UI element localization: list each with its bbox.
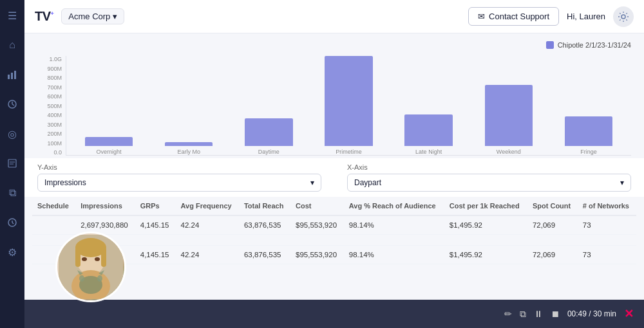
- table-cell-cost_per_1k: $1,495.92: [444, 246, 527, 264]
- x-axis-select[interactable]: Daypart ▾: [347, 174, 631, 192]
- svg-rect-0: [8, 75, 10, 79]
- timer-display: 00:49 / 30 min: [567, 309, 616, 318]
- table-cell-total_reach: [239, 235, 290, 246]
- table-header-impressions: Impressions: [75, 197, 135, 215]
- avatar: [55, 232, 126, 302]
- main-content: TV+ Acme Corp ▾ ✉ Contact Support Hi, La…: [24, 0, 644, 328]
- bars-area: OvernightEarly MoDaytimePrimetimeLate Ni…: [66, 56, 631, 156]
- table-cell-avg_freq: 42.24: [176, 215, 239, 235]
- table-header-grps: GRPs: [135, 197, 176, 215]
- table-header-#-of-networks: # of Networks: [578, 197, 636, 215]
- chart-section: Chipotle 2/1/23-1/31/24 1.0G 900M 800M 7…: [24, 33, 644, 158]
- table-cell-schedule: [32, 215, 75, 235]
- table-cell-avg_pct: [344, 235, 444, 246]
- svg-rect-18: [101, 248, 106, 267]
- topbar: TV+ Acme Corp ▾ ✉ Contact Support Hi, La…: [24, 0, 644, 33]
- bar-label: Late Night: [415, 149, 442, 155]
- mail-icon: ✉: [478, 12, 485, 21]
- y-axis-select[interactable]: Impressions ▾: [37, 174, 321, 192]
- sidebar-item-home[interactable]: ⌂: [3, 36, 21, 54]
- pause-icon[interactable]: ⏸: [534, 309, 543, 319]
- table-row: [32, 235, 636, 246]
- sidebar-item-clock[interactable]: [3, 214, 21, 232]
- avatar-face: [57, 233, 124, 300]
- table-cell-avg_freq: 42.24: [176, 246, 239, 264]
- bar: [85, 137, 133, 146]
- chart-legend: Chipotle 2/1/23-1/31/24: [37, 41, 631, 49]
- contact-support-button[interactable]: ✉ Contact Support: [468, 7, 559, 26]
- stop-icon[interactable]: ⏹: [551, 309, 560, 319]
- bar: [165, 142, 213, 146]
- sidebar-item-reports[interactable]: [3, 154, 21, 172]
- bar-label: Daytime: [258, 149, 279, 155]
- table-cell-spot_count: 72,069: [527, 215, 578, 235]
- sidebar-item-layers[interactable]: ⧉: [3, 184, 21, 202]
- sidebar-item-target[interactable]: ◎: [3, 125, 21, 143]
- x-axis-control: X-Axis Daypart ▾: [347, 163, 631, 192]
- table-header-cost-per-1k-reached: Cost per 1k Reached: [444, 197, 527, 215]
- bar-group-overnight: Overnight: [69, 56, 149, 155]
- bottom-bar: ✏ ⧉ ⏸ ⏹ 00:49 / 30 min ✕: [24, 300, 644, 328]
- table-header-avg-frequency: Avg Frequency: [176, 197, 239, 215]
- close-icon[interactable]: ✕: [624, 307, 634, 321]
- svg-line-11: [12, 223, 14, 224]
- y-axis-labels: 1.0G 900M 800M 700M 600M 500M 400M 300M …: [37, 56, 66, 156]
- table-header-schedule: Schedule: [32, 197, 75, 215]
- chart-container: 1.0G 900M 800M 700M 600M 500M 400M 300M …: [37, 53, 631, 156]
- axis-controls: Y-Axis Impressions ▾ X-Axis Daypart ▾: [24, 158, 644, 197]
- bar-group-weekend: Weekend: [469, 56, 549, 155]
- table-cell-total_reach: 63,876,535: [239, 215, 290, 235]
- pencil-icon[interactable]: ✏: [504, 309, 512, 319]
- table-cell-avg_pct: 98.14%: [344, 246, 444, 264]
- table-cell-cost: $95,553,920: [290, 215, 344, 235]
- y-axis-label: Y-Axis: [37, 163, 321, 171]
- bar-group-primetime: Primetime: [308, 56, 388, 155]
- svg-point-23: [97, 275, 102, 282]
- sidebar-item-settings[interactable]: ⚙: [3, 243, 21, 261]
- logo: TV+: [35, 9, 53, 24]
- table-cell-spot_count: 72,069: [527, 246, 578, 264]
- table-cell-cost_per_1k: $1,495.92: [444, 215, 527, 235]
- table-header-total-reach: Total Reach: [239, 197, 290, 215]
- table-cell-networks: 73: [578, 215, 636, 235]
- bar-label: Primetime: [336, 149, 362, 155]
- bar-label: Overnight: [97, 149, 122, 155]
- sidebar-item-menu[interactable]: ☰: [3, 6, 21, 24]
- table-cell-total_reach: 63,876,535: [239, 246, 290, 264]
- bar-group-late-night: Late Night: [389, 56, 469, 155]
- table-header-spot-count: Spot Count: [527, 197, 578, 215]
- table-header-avg-%-reach-of-audience: Avg % Reach of Audience: [344, 197, 444, 215]
- user-settings-avatar[interactable]: [613, 6, 634, 27]
- svg-rect-6: [8, 159, 16, 167]
- bar-group-early-mo: Early Mo: [149, 56, 229, 155]
- svg-point-22: [79, 275, 84, 282]
- bar: [485, 85, 533, 146]
- table-cell-spot_count: [527, 235, 578, 246]
- table-cell-avg_freq: [176, 235, 239, 246]
- svg-point-19: [82, 257, 87, 261]
- copy-icon[interactable]: ⧉: [520, 309, 526, 320]
- bar-group-fringe: Fringe: [549, 56, 629, 155]
- bar-label: Early Mo: [177, 149, 200, 155]
- table-cell-avg_pct: 98.14%: [344, 215, 444, 235]
- svg-point-12: [621, 15, 625, 19]
- bar-group-daytime: Daytime: [229, 56, 308, 155]
- greeting-text: Hi, Lauren: [567, 12, 605, 21]
- sidebar: ☰ ⌂ ◎ ⧉ ⚙: [0, 0, 24, 328]
- table-cell-grps: 4,145.15: [135, 215, 176, 235]
- svg-rect-17: [75, 248, 80, 267]
- svg-rect-1: [11, 73, 13, 79]
- table-header-cost: Cost: [290, 197, 344, 215]
- legend-color: [546, 41, 554, 49]
- svg-rect-2: [14, 71, 16, 79]
- company-dropdown[interactable]: Acme Corp ▾: [61, 8, 124, 24]
- y-axis-control: Y-Axis Impressions ▾: [37, 163, 321, 192]
- svg-line-5: [12, 104, 14, 105]
- sidebar-item-schedule[interactable]: [3, 95, 21, 113]
- chevron-down-icon: ▾: [310, 178, 314, 187]
- sidebar-item-analytics[interactable]: [3, 66, 21, 84]
- table-cell-cost_per_1k: [444, 235, 527, 246]
- table-cell-networks: 73: [578, 246, 636, 264]
- table-cell-grps: [135, 235, 176, 246]
- page-wrapper: Chipotle 2/1/23-1/31/24 1.0G 900M 800M 7…: [24, 33, 644, 328]
